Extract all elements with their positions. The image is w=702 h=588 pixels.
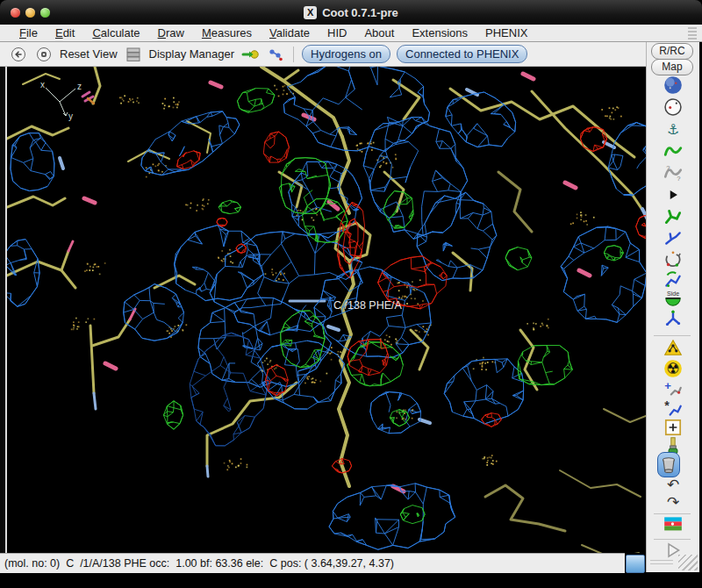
menu-file[interactable]: File [11, 26, 47, 39]
reset-view-label[interactable]: Reset View [60, 47, 118, 61]
svg-text:y: y [68, 111, 73, 121]
x11-app-icon: X [304, 6, 317, 19]
main-toolbar: Reset View Display Manager Hydrogens on … [0, 42, 646, 67]
window-title: Coot 0.7.1-pre [322, 6, 398, 19]
title-bar[interactable]: X Coot 0.7.1-pre [0, 0, 702, 25]
regularize-zone-icon[interactable]: ?? [662, 162, 684, 183]
display-manager-icon[interactable] [124, 45, 143, 64]
redo-icon[interactable]: ↷ [662, 491, 684, 513]
anchor-icon[interactable]: ⚓ [662, 118, 684, 140]
phenix-connection-button[interactable]: Connected to PHENIX [397, 45, 527, 63]
flip-peptide-icon[interactable] [662, 269, 684, 290]
go-to-atom-icon[interactable] [240, 45, 260, 64]
pepflip-warning-icon[interactable] [662, 337, 684, 358]
refine-step-icon[interactable] [662, 184, 684, 205]
status-scroll-thumb[interactable] [626, 555, 645, 573]
real-space-refine-icon[interactable] [662, 140, 684, 161]
menu-draw[interactable]: Draw [149, 26, 193, 39]
smooth-recentre-icon[interactable] [662, 97, 684, 118]
reset-view-icon[interactable] [9, 45, 28, 64]
window-resize-grip[interactable] [678, 555, 698, 570]
side-chain-flip-icon[interactable]: Side [662, 289, 684, 310]
svg-text:+: + [664, 379, 671, 392]
menu-about[interactable]: About [355, 26, 403, 39]
menu-edit[interactable]: Edit [47, 26, 83, 39]
auto-fit-rotamer-icon[interactable] [662, 206, 684, 227]
jiggle-fit-icon[interactable] [662, 308, 684, 329]
panel-handle-lines [650, 560, 673, 567]
edit-chi-angles-icon[interactable] [662, 249, 684, 270]
display-sphere-icon[interactable] [662, 75, 684, 96]
rotamers-icon[interactable] [662, 228, 684, 249]
status-text: (mol. no: 0) C /1/A/138 PHE occ: 1.00 bf… [4, 557, 394, 570]
window-title-group: X Coot 0.7.1-pre [304, 6, 398, 19]
ligand-flag-icon[interactable] [662, 513, 684, 534]
recentre-icon[interactable] [34, 45, 54, 64]
add-terminal-residue-icon[interactable]: + [662, 379, 684, 400]
molecule-icon[interactable] [266, 45, 285, 64]
menu-bar: FileEditCalculateDrawMeasuresValidateHID… [0, 25, 702, 42]
menubar-grip[interactable] [688, 27, 697, 39]
delete-item-icon[interactable] [657, 454, 680, 475]
atom-label: C /138 PHE/A [333, 299, 402, 312]
close-window-button[interactable] [11, 8, 20, 18]
menu-calculate[interactable]: Calculate [83, 26, 148, 39]
panel-separator [654, 335, 691, 336]
svg-text:z: z [77, 82, 82, 91]
menu-hid[interactable]: HID [319, 26, 355, 39]
status-bar: (mol. no: 0) C /1/A/138 PHE occ: 1.00 bf… [0, 553, 625, 573]
hydrogens-toggle-button[interactable]: Hydrogens on [302, 45, 390, 63]
zoom-window-button[interactable] [40, 8, 50, 18]
coot-window: X Coot 0.7.1-pre FileEditCalculateDrawMe… [0, 0, 702, 588]
rrc-button[interactable]: R/RC [651, 43, 693, 60]
window-frame [0, 67, 7, 553]
svg-text:?: ? [677, 175, 680, 183]
menu-validate[interactable]: Validate [261, 26, 319, 39]
svg-text:Side: Side [667, 290, 679, 298]
run-refmac-icon[interactable]: ☢ [662, 358, 684, 379]
molecular-viewport[interactable]: xzyC /138 PHE/A [7, 67, 646, 553]
map-button[interactable]: Map [651, 59, 693, 75]
menu-phenix[interactable]: PHENIX [476, 26, 536, 39]
svg-text:?: ? [666, 164, 670, 172]
right-toolbar-panel: R/RC Map ⚓??Side☢+*↶↷ [646, 42, 699, 572]
menu-measures[interactable]: Measures [193, 26, 261, 39]
toolbar-separator [293, 47, 294, 62]
svg-text:*: * [664, 398, 670, 412]
display-manager-label[interactable]: Display Manager [149, 47, 235, 61]
svg-text:x: x [40, 80, 45, 90]
svg-text:☢: ☢ [666, 360, 680, 377]
minimize-window-button[interactable] [25, 8, 35, 18]
menu-extensions[interactable]: Extensions [403, 26, 476, 39]
